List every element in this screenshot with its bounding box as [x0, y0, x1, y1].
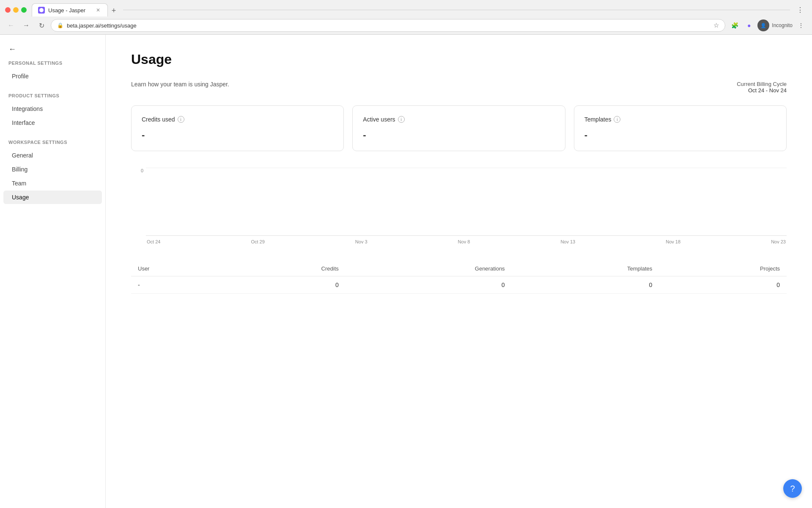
- back-navigation[interactable]: ←: [0, 41, 105, 61]
- profile-avatar[interactable]: 👤: [757, 19, 769, 31]
- sidebar-item-interface-label: Interface: [12, 119, 35, 126]
- sidebar-item-billing[interactable]: Billing: [3, 163, 102, 176]
- table-header: User Credits Generations Templates Proje…: [131, 261, 787, 276]
- bookmark-icon[interactable]: ☆: [713, 22, 719, 29]
- personal-settings-label: Personal settings: [0, 61, 105, 69]
- col-header-user: User: [131, 261, 227, 276]
- stat-card-active-users: Active users i -: [352, 105, 565, 151]
- sidebar-item-profile-label: Profile: [12, 73, 29, 80]
- active-tab[interactable]: Usage - Jasper ✕: [32, 3, 108, 17]
- page-title: Usage: [131, 52, 787, 67]
- new-tab-button[interactable]: +: [108, 5, 120, 17]
- reload-button[interactable]: ↻: [36, 19, 47, 31]
- sidebar-item-profile[interactable]: Profile: [3, 69, 102, 83]
- close-window-button[interactable]: [5, 7, 11, 13]
- chart-x-label-2: Nov 3: [355, 239, 368, 244]
- credits-info-icon[interactable]: i: [178, 116, 184, 123]
- url-text: beta.jasper.ai/settings/usage: [67, 22, 710, 29]
- incognito-label: Incognito: [772, 22, 793, 28]
- sidebar-item-interface[interactable]: Interface: [3, 116, 102, 130]
- help-button[interactable]: ?: [783, 479, 802, 498]
- sidebar-item-general[interactable]: General: [3, 149, 102, 162]
- workspace-settings-section: Workspace settings General Billing Team …: [0, 140, 105, 204]
- stat-card-templates-header: Templates i: [584, 116, 776, 123]
- active-users-value: -: [363, 130, 554, 141]
- header-row: Learn how your team is using Jasper. Cur…: [131, 81, 787, 94]
- traffic-lights: [5, 7, 27, 13]
- sidebar-item-general-label: General: [12, 152, 33, 159]
- col-header-templates: Templates: [512, 261, 659, 276]
- stat-card-users-header: Active users i: [363, 116, 554, 123]
- chart-x-axis: Oct 24 Oct 29 Nov 3 Nov 8 Nov 13 Nov 18 …: [146, 239, 787, 244]
- chart-y-zero-label: 0: [141, 168, 143, 173]
- table-row: - 0 0 0 0: [131, 276, 787, 294]
- sidebar: ← Personal settings Profile Product sett…: [0, 35, 106, 508]
- product-settings-label: Product settings: [0, 93, 105, 102]
- tab-spacer: [123, 10, 790, 10]
- browser-actions: 🧩 ● 👤 Incognito ⋮: [729, 19, 807, 31]
- billing-cycle-label: Current Billing Cycle: [737, 81, 787, 87]
- sidebar-item-integrations[interactable]: Integrations: [3, 102, 102, 116]
- chart-container: 0 Oct 24 Oct 29 Nov 3 Nov 8 Nov 13 Nov 1…: [131, 168, 787, 244]
- sidebar-item-team-label: Team: [12, 180, 26, 187]
- col-header-projects: Projects: [659, 261, 787, 276]
- table-cell-credits: 0: [227, 276, 346, 294]
- sidebar-item-billing-label: Billing: [12, 166, 27, 173]
- active-users-info-icon[interactable]: i: [398, 116, 405, 123]
- tab-close-button[interactable]: ✕: [95, 7, 102, 14]
- table-header-row: User Credits Generations Templates Proje…: [131, 261, 787, 276]
- col-header-credits: Credits: [227, 261, 346, 276]
- table-cell-generations: 0: [346, 276, 512, 294]
- chart-x-label-3: Nov 8: [458, 239, 470, 244]
- sidebar-item-team[interactable]: Team: [3, 177, 102, 190]
- chart-x-label-5: Nov 18: [666, 239, 680, 244]
- product-settings-section: Product settings Integrations Interface: [0, 93, 105, 130]
- forward-button[interactable]: →: [20, 19, 32, 31]
- tab-title: Usage - Jasper: [48, 7, 85, 14]
- chart-x-label-4: Nov 13: [560, 239, 575, 244]
- stat-card-templates: Templates i -: [574, 105, 787, 151]
- back-button[interactable]: ←: [5, 19, 17, 31]
- main-content: Usage Learn how your team is using Jaspe…: [106, 35, 812, 508]
- templates-info-icon[interactable]: i: [614, 116, 620, 123]
- menu-icon[interactable]: ⋮: [795, 19, 807, 31]
- col-header-generations: Generations: [346, 261, 512, 276]
- table-cell-templates: 0: [512, 276, 659, 294]
- chart-plot-area: [146, 168, 787, 236]
- stat-card-credits: Credits used i -: [131, 105, 344, 151]
- maximize-window-button[interactable]: [21, 7, 27, 13]
- credits-used-label: Credits used: [142, 116, 175, 123]
- templates-value: -: [584, 130, 776, 141]
- minimize-window-button[interactable]: [13, 7, 19, 13]
- sidebar-item-usage[interactable]: Usage: [3, 190, 102, 204]
- personal-settings-section: Personal settings Profile: [0, 61, 105, 83]
- extensions-icon[interactable]: 🧩: [729, 19, 741, 31]
- chart-x-label-1: Oct 29: [251, 239, 264, 244]
- templates-label: Templates: [584, 116, 612, 123]
- subtitle-text: Learn how your team is using Jasper.: [131, 81, 229, 88]
- stat-cards: Credits used i - Active users i - Templa…: [131, 105, 787, 151]
- browser-chrome: Usage - Jasper ✕ + ⋮ ← → ↻ 🔒 beta.jasper…: [0, 0, 812, 35]
- stat-card-credits-header: Credits used i: [142, 116, 333, 123]
- chart-gridline-top: [146, 168, 787, 168]
- browser-toolbar: ← → ↻ 🔒 beta.jasper.ai/settings/usage ☆ …: [0, 17, 812, 34]
- more-options-button[interactable]: ⋮: [793, 6, 807, 14]
- lock-icon: 🔒: [57, 22, 63, 28]
- workspace-settings-label: Workspace settings: [0, 140, 105, 148]
- sidebar-item-usage-label: Usage: [12, 194, 29, 201]
- credits-used-value: -: [142, 130, 333, 141]
- app-container: ← Personal settings Profile Product sett…: [0, 35, 812, 508]
- table-cell-user: -: [131, 276, 227, 294]
- jasper-extension-icon[interactable]: ●: [743, 19, 755, 31]
- billing-info: Current Billing Cycle Oct 24 - Nov 24: [737, 81, 787, 94]
- table-cell-projects: 0: [659, 276, 787, 294]
- chart-x-label-0: Oct 24: [147, 239, 160, 244]
- address-bar[interactable]: 🔒 beta.jasper.ai/settings/usage ☆: [51, 19, 725, 32]
- tab-bar: Usage - Jasper ✕ +: [32, 3, 120, 17]
- table-body: - 0 0 0 0: [131, 276, 787, 294]
- tab-favicon: [38, 7, 45, 14]
- back-arrow-icon: ←: [8, 45, 16, 54]
- active-users-label: Active users: [363, 116, 395, 123]
- browser-titlebar: Usage - Jasper ✕ + ⋮: [0, 0, 812, 17]
- usage-table: User Credits Generations Templates Proje…: [131, 261, 787, 294]
